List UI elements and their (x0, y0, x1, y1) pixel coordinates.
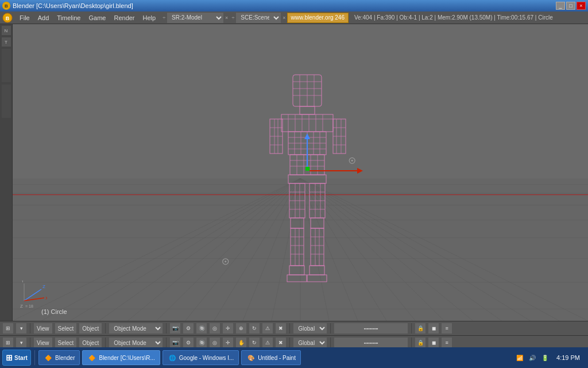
browser-taskbar-icon: 🌐 (168, 353, 177, 362)
proportional-icon-2[interactable]: ◎ (209, 337, 220, 348)
title-bar-left: B Blender [C:\Users\Ryan\Desktop\girl.bl… (2, 2, 133, 10)
layers-2[interactable]: ▪▪▪▪▪▪▪▪▪▪ (334, 337, 408, 348)
object-button-1[interactable]: Object (79, 323, 102, 334)
blender-logo-icon: B (2, 13, 13, 23)
game-menu[interactable]: Game (85, 13, 109, 23)
start-button[interactable]: ⊞ Start (2, 350, 31, 366)
taskbar-item-blender2[interactable]: 🔶 Blender [C:\Users\R... (82, 350, 160, 365)
left-panel: N T (0, 24, 13, 321)
blender-icon: B (2, 2, 10, 10)
title-bar-controls: _ □ × (556, 2, 586, 10)
svg-rect-3 (13, 24, 588, 178)
lock-icon[interactable]: 🔒 (415, 323, 426, 334)
grid-view-icon[interactable]: ⊞ (2, 323, 14, 334)
view-type-icon-2[interactable]: ▾ (16, 337, 27, 348)
render-menu[interactable]: Render (110, 13, 138, 23)
warning-icon-2[interactable]: ⚠ (262, 337, 273, 348)
main-area: N T (0, 24, 588, 321)
svg-text:Z: Z (42, 284, 45, 289)
taskbar-item-blender1[interactable]: 🔶 Blender (38, 350, 80, 365)
side-btn-2[interactable]: T (1, 37, 11, 47)
svg-point-37 (351, 160, 353, 162)
www-blender-btn[interactable]: www.blender.org 246 (287, 13, 349, 23)
taskbar-right: 📶 🔊 🔋 4:19 PM (515, 353, 586, 362)
camera-icon-2[interactable]: 📷 (169, 337, 181, 348)
side-btn-4[interactable] (1, 84, 11, 118)
file-menu[interactable]: File (16, 13, 33, 23)
clock[interactable]: 4:19 PM (553, 354, 583, 361)
select-button-1[interactable]: Select (55, 323, 78, 334)
toolbar-row-1: ⊞ ▾ View Select Object Object Mode 📷 ⚙ 🔘… (0, 321, 588, 335)
help-menu[interactable]: Help (140, 13, 160, 23)
svg-point-35 (225, 260, 226, 262)
settings-icon[interactable]: ⚙ (183, 323, 194, 334)
transform-select-2[interactable]: Global (293, 337, 327, 348)
svg-rect-113 (305, 167, 310, 171)
object-info: (1) Circle (41, 308, 67, 315)
hand-icon[interactable]: ✋ (235, 337, 247, 348)
x-icon-2[interactable]: ✖ (275, 337, 287, 348)
mode-select-1[interactable]: Object Mode (109, 323, 163, 334)
taskbar-item-paint[interactable]: 🎨 Untitled - Paint (241, 350, 301, 365)
axes-indicator: Z X Y Z = 18 (18, 281, 41, 304)
view-type-icon[interactable]: ▾ (16, 323, 27, 334)
camera-icon[interactable]: 📷 (169, 323, 181, 334)
blender-taskbar-icon: 🔶 (44, 353, 53, 362)
add-menu[interactable]: Add (34, 13, 53, 23)
mode-select-2[interactable]: Object Mode (109, 337, 163, 348)
move-icon[interactable]: ⊕ (235, 323, 247, 334)
volume-tray-icon[interactable]: 🔊 (528, 353, 537, 362)
svg-text:X: X (45, 296, 47, 301)
svg-text:Z: Z (20, 304, 23, 309)
settings-icon-2[interactable]: ⚙ (183, 337, 194, 348)
proportional-icon[interactable]: ◎ (209, 323, 220, 334)
stats-bar: Ve:404 | Fa:390 | Ob:4-1 | La:2 | Mem:2.… (350, 14, 586, 21)
sce-selector[interactable]: SCE:Scene (235, 12, 281, 24)
warning-icon[interactable]: ⚠ (262, 323, 273, 334)
x-icon[interactable]: ✖ (275, 323, 287, 334)
paint-taskbar-icon: 🎨 (246, 353, 256, 362)
grid-view-icon-2[interactable]: ⊞ (2, 337, 14, 348)
title-text: Blender [C:\Users\Ryan\Desktop\girl.blen… (13, 2, 133, 9)
cursor-icon[interactable]: ✛ (222, 323, 234, 334)
render-icon[interactable]: ◼ (428, 323, 439, 334)
bottom-toolbars: ⊞ ▾ View Select Object Object Mode 📷 ⚙ 🔘… (0, 321, 588, 350)
sr-selector[interactable]: SR:2-Model (167, 12, 224, 24)
grid-svg (13, 24, 588, 321)
side-btn-3[interactable] (1, 48, 11, 83)
rotate-icon[interactable]: ↻ (249, 323, 260, 334)
side-btn-1[interactable]: N (1, 25, 11, 36)
svg-text:Y: Y (21, 281, 24, 283)
blender-taskbar-icon-2: 🔶 (87, 353, 96, 362)
svg-text:= 18: = 18 (25, 304, 33, 308)
magnet-icon-2[interactable]: 🔘 (196, 337, 207, 348)
transform-select-1[interactable]: Global (293, 323, 327, 334)
viewport-3d[interactable]: Z X Y Z = 18 (1) Circle (13, 24, 588, 321)
rotate-icon-2[interactable]: ↻ (249, 337, 260, 348)
battery-tray-icon[interactable]: 🔋 (540, 353, 550, 362)
svg-text:B: B (6, 16, 10, 21)
timeline-menu[interactable]: Timeline (53, 13, 84, 23)
view-button-2[interactable]: View (33, 337, 53, 348)
minimize-button[interactable]: _ (556, 2, 565, 10)
lock-icon-2[interactable]: 🔒 (415, 337, 426, 348)
object-button-2[interactable]: Object (79, 337, 102, 348)
taskbar-item-google[interactable]: 🌐 Google - Windows I... (163, 350, 239, 365)
taskbar: ⊞ Start 🔶 Blender 🔶 Blender [C:\Users\R.… (0, 347, 588, 368)
network-tray-icon[interactable]: 📶 (515, 353, 524, 362)
magnet-icon[interactable]: 🔘 (196, 323, 207, 334)
title-bar: B Blender [C:\Users\Ryan\Desktop\girl.bl… (0, 0, 588, 12)
cursor-icon-2[interactable]: ✛ (222, 337, 234, 348)
menu-bar: B File Add Timeline Game Render Help ÷ S… (0, 12, 588, 24)
render-icon-2[interactable]: ◼ (428, 337, 439, 348)
maximize-button[interactable]: □ (566, 2, 575, 10)
extra-icon-2[interactable]: ≡ (441, 337, 452, 348)
close-button[interactable]: × (577, 2, 586, 10)
layers-1[interactable]: ▪▪▪▪▪▪▪▪▪▪ (334, 323, 408, 334)
extra-icon[interactable]: ≡ (441, 323, 452, 334)
select-button-2[interactable]: Select (55, 337, 78, 348)
view-button-1[interactable]: View (33, 323, 53, 334)
